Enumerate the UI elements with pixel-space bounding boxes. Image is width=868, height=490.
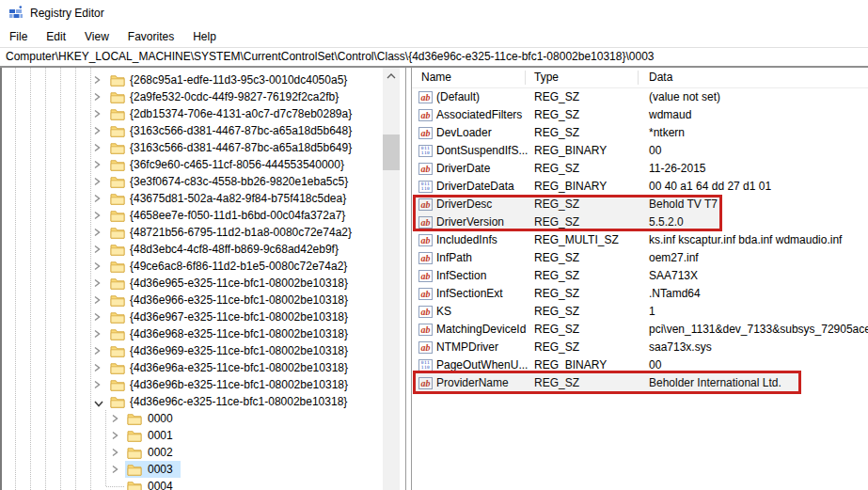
tree-item-label[interactable]: {43675d81-502a-4a82-9f84-b75f418c5dea} — [127, 190, 349, 207]
value-row-ks[interactable]: abKSREG_SZ1 — [412, 303, 868, 321]
tree-item-48d3ebc4[interactable]: {48d3ebc4-4cf8-48ff-b869-9c68ad42eb9f} — [2, 241, 405, 258]
tree-item-3e3f0674[interactable]: {3e3f0674-c83c-4558-bb26-9820e1eba5c5} — [2, 173, 405, 190]
expand-chevron-icon[interactable] — [93, 74, 104, 86]
tree-item-3163c566[interactable]: {3163c566-d381-4467-87bc-a65a18d5b648} — [2, 122, 405, 139]
expand-chevron-icon[interactable] — [93, 345, 104, 356]
tree-item-label[interactable]: 0001 — [145, 427, 176, 444]
tree-item-4658ee7e[interactable]: {4658ee7e-f050-11d1-b6bd-00c04fa372a7} — [2, 207, 405, 224]
tree-item-0002[interactable]: 0002 — [2, 444, 405, 461]
tree-item-label[interactable]: {2db15374-706e-4131-a0c7-d7c78eb0289a} — [127, 105, 355, 122]
tree-item-label[interactable]: {4d36e969-e325-11ce-bfc1-08002be10318} — [127, 342, 351, 359]
tree-item-4d36e967[interactable]: {4d36e967-e325-11ce-bfc1-08002be10318} — [2, 308, 405, 325]
value-row-infpath[interactable]: abInfPathREG_SZoem27.inf — [412, 249, 868, 267]
expand-chevron-icon[interactable] — [111, 447, 122, 458]
tree-item-36fc9e60[interactable]: {36fc9e60-c465-11cf-8056-444553540000} — [2, 156, 405, 173]
tree-item-label[interactable]: 0000 — [145, 410, 176, 427]
tree-item-label[interactable]: {4d36e966-e325-11ce-bfc1-08002be10318} — [127, 292, 351, 308]
registry-path[interactable]: Computer\HKEY_LOCAL_MACHINE\SYSTEM\Curre… — [6, 48, 654, 66]
expand-chevron-icon[interactable] — [93, 176, 104, 187]
value-row-includedinfs[interactable]: abIncludedInfsREG_MULTI_SZks.inf kscaptu… — [412, 231, 868, 249]
expand-chevron-icon[interactable] — [93, 193, 104, 204]
tree-item-4d36e969[interactable]: {4d36e969-e325-11ce-bfc1-08002be10318} — [2, 342, 405, 359]
expand-chevron-icon[interactable] — [111, 464, 122, 475]
panel-splitter[interactable] — [405, 68, 412, 490]
scrollbar-thumb[interactable] — [383, 134, 400, 170]
tree-item-3163c566[interactable]: {3163c566-d381-4467-87bc-a65a18d5b649} — [2, 139, 405, 156]
column-header-name[interactable]: Name — [421, 68, 451, 87]
value-row-infsectionext[interactable]: abInfSectionExtREG_SZ.NTamd64 — [412, 285, 868, 303]
menu-item-edit[interactable]: Edit — [37, 26, 75, 47]
tree-item-4d36e966[interactable]: {4d36e966-e325-11ce-bfc1-08002be10318} — [2, 292, 405, 308]
tree-item-label[interactable]: {4d36e96a-e325-11ce-bfc1-08002be10318} — [127, 359, 351, 376]
value-row-matchingdeviceid[interactable]: abMatchingDeviceIdREG_SZpci\ven_1131&dev… — [412, 321, 868, 339]
address-bar[interactable]: Computer\HKEY_LOCAL_MACHINE\SYSTEM\Curre… — [0, 47, 868, 68]
value-row-ntmpdriver[interactable]: abNTMPDriverREG_SZsaa713x.sys — [412, 339, 868, 356]
expand-chevron-icon[interactable] — [93, 277, 104, 289]
tree-item-label[interactable]: {3163c566-d381-4467-87bc-a65a18d5b648} — [127, 122, 355, 139]
tree-item-label[interactable]: {268c95a1-edfe-11d3-95c3-0010dc4050a5} — [127, 71, 350, 88]
expand-chevron-icon[interactable] — [93, 159, 104, 170]
value-row-driverdatedata[interactable]: 011110DriverDateDataREG_BINARY00 40 a1 6… — [412, 178, 868, 196]
menu-item-help[interactable]: Help — [183, 26, 226, 47]
expand-chevron-icon[interactable] — [93, 125, 104, 136]
expand-chevron-icon[interactable] — [93, 142, 104, 153]
value-row-dontsuspendifs[interactable]: 011110DontSuspendIfS...REG_BINARY00 — [412, 142, 868, 160]
column-divider[interactable] — [638, 71, 639, 85]
value-row-devloader[interactable]: abDevLoaderREG_SZ*ntkern — [412, 124, 868, 142]
tree-item-label[interactable]: {4d36e967-e325-11ce-bfc1-08002be10318} — [127, 308, 351, 325]
column-divider[interactable] — [525, 71, 526, 85]
expand-chevron-icon[interactable] — [93, 362, 104, 373]
tree-item-label[interactable]: {48721b56-6795-11d2-b1a8-0080c72e74a2} — [127, 224, 355, 241]
menu-item-favorites[interactable]: Favorites — [118, 26, 183, 47]
tree-item-0004[interactable]: 0004 — [2, 478, 405, 490]
scroll-up-arrow-icon[interactable] — [383, 68, 400, 84]
column-header-type[interactable]: Type — [534, 68, 559, 87]
tree-item-4d36e96b[interactable]: {4d36e96b-e325-11ce-bfc1-08002be10318} — [2, 376, 405, 393]
expand-chevron-icon[interactable] — [93, 244, 104, 255]
tree-item-43675d81[interactable]: {43675d81-502a-4a82-9f84-b75f418c5dea} — [2, 190, 405, 207]
menu-item-file[interactable]: File — [0, 26, 37, 47]
expand-chevron-icon[interactable] — [93, 311, 104, 323]
tree-item-label[interactable]: {48d3ebc4-4cf8-48ff-b869-9c68ad42eb9f} — [127, 241, 341, 258]
collapse-chevron-icon[interactable] — [93, 398, 104, 409]
tree-item-label[interactable]: {49ce6ac8-6f86-11d2-b1e5-0080c72e74a2} — [127, 258, 350, 275]
tree-item-label[interactable]: {4d36e965-e325-11ce-bfc1-08002be10318} — [127, 275, 351, 292]
tree-item-4d36e96a[interactable]: {4d36e96a-e325-11ce-bfc1-08002be10318} — [2, 359, 405, 376]
tree-item-0001[interactable]: 0001 — [2, 427, 405, 444]
tree-item-4d36e965[interactable]: {4d36e965-e325-11ce-bfc1-08002be10318} — [2, 275, 405, 292]
tree-item-49ce6ac8[interactable]: {49ce6ac8-6f86-11d2-b1e5-0080c72e74a2} — [2, 258, 405, 275]
tree-item-label[interactable]: {3163c566-d381-4467-87bc-a65a18d5b649} — [127, 139, 355, 156]
tree-item-label[interactable]: 0003 — [145, 461, 176, 478]
tree-item-label[interactable]: {36fc9e60-c465-11cf-8056-444553540000} — [127, 156, 347, 173]
expand-chevron-icon[interactable] — [93, 328, 104, 340]
expand-chevron-icon[interactable] — [93, 210, 104, 221]
tree-item-0003[interactable]: 0003 — [2, 461, 405, 478]
expand-chevron-icon[interactable] — [93, 379, 104, 390]
tree-item-2db15374[interactable]: {2db15374-706e-4131-a0c7-d7c78eb0289a} — [2, 105, 405, 122]
tree-item-48721b56[interactable]: {48721b56-6795-11d2-b1a8-0080c72e74a2} — [2, 224, 405, 241]
tree-scrollbar[interactable] — [383, 68, 400, 490]
expand-chevron-icon[interactable] — [93, 261, 104, 272]
tree-item-0000[interactable]: 0000 — [2, 410, 405, 427]
tree-item-label[interactable]: {4d36e968-e325-11ce-bfc1-08002be10318} — [127, 325, 351, 342]
tree-item-268c95a1[interactable]: {268c95a1-edfe-11d3-95c3-0010dc4050a5} — [2, 71, 405, 88]
tree-item-label[interactable]: 0002 — [145, 444, 176, 461]
tree-item-2a9fe532[interactable]: {2a9fe532-0cdc-44f9-9827-76192f2ca2fb} — [2, 88, 405, 105]
tree-item-label[interactable]: {4d36e96c-e325-11ce-bfc1-08002be10318} — [127, 393, 350, 410]
tree-item-label[interactable]: {4658ee7e-f050-11d1-b6bd-00c04fa372a7} — [127, 207, 348, 224]
value-row-driverdate[interactable]: abDriverDateREG_SZ11-26-2015 — [412, 160, 868, 178]
expand-chevron-icon[interactable] — [93, 108, 104, 119]
tree-item-label[interactable]: {2a9fe532-0cdc-44f9-9827-76192f2ca2fb} — [127, 88, 341, 105]
tree-item-label[interactable]: {4d36e96b-e325-11ce-bfc1-08002be10318} — [127, 376, 351, 393]
value-row-associatedfilters[interactable]: abAssociatedFiltersREG_SZwdmaud — [412, 106, 868, 124]
column-header-data[interactable]: Data — [649, 68, 672, 87]
value-row-default[interactable]: ab(Default)REG_SZ(value not set) — [412, 88, 868, 106]
expand-chevron-icon[interactable] — [111, 430, 122, 441]
tree-item-4d36e96c[interactable]: {4d36e96c-e325-11ce-bfc1-08002be10318} — [2, 393, 405, 410]
expand-chevron-icon[interactable] — [93, 91, 104, 103]
tree-item-label[interactable]: 0004 — [145, 478, 176, 490]
menu-item-view[interactable]: View — [75, 26, 118, 47]
expand-chevron-icon[interactable] — [93, 294, 104, 306]
tree-item-4d36e968[interactable]: {4d36e968-e325-11ce-bfc1-08002be10318} — [2, 325, 405, 342]
tree-item-label[interactable]: {3e3f0674-c83c-4558-bb26-9820e1eba5c5} — [127, 173, 351, 190]
